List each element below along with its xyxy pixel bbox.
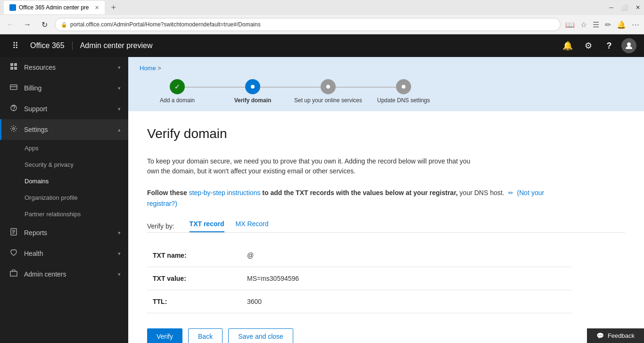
save-close-button[interactable]: Save and close	[228, 328, 293, 343]
svg-rect-2	[14, 63, 17, 66]
verify-tab-mx[interactable]: MX Record	[236, 220, 269, 232]
refresh-button[interactable]: ↻	[38, 18, 51, 31]
verify-tab-txt[interactable]: TXT record	[190, 220, 224, 232]
sidebar: Resources ▾ Billing ▾ Support ▾	[0, 57, 128, 343]
settings-icon[interactable]: ⚙	[580, 37, 597, 54]
window-controls: ─ ⬜ ✕	[609, 4, 640, 11]
dns-field-value: TXT value:	[147, 267, 241, 290]
step-circle-setup-services	[321, 79, 336, 94]
billing-icon	[9, 83, 18, 93]
action-buttons: Verify Back Save and close	[147, 328, 625, 343]
step-label-verify-domain: Verify domain	[234, 97, 272, 104]
wizard-step-verify-domain: Verify domain	[215, 79, 290, 104]
sidebar-item-resources[interactable]: Resources ▾	[0, 57, 128, 78]
sidebar-sub-item-domains[interactable]: Domains	[0, 173, 128, 189]
tab-title: Office 365 Admin center pre	[19, 4, 89, 11]
svg-point-17	[402, 85, 405, 89]
billing-chevron-icon: ▾	[118, 85, 121, 91]
tab-close-button[interactable]: ✕	[95, 5, 99, 11]
wizard-step-setup-services: Set up your online services	[290, 79, 366, 104]
browser-titlebar: Office 365 Admin center pre ✕ + ─ ⬜ ✕	[0, 0, 644, 15]
step-circle-verify-domain	[245, 79, 260, 94]
sidebar-item-reports[interactable]: Reports ▾	[0, 222, 128, 243]
dns-record-row-name: TXT name: @	[147, 244, 571, 267]
svg-rect-3	[10, 67, 13, 70]
favorites-icon[interactable]: ☆	[579, 19, 588, 30]
sidebar-item-admin-centers-label: Admin centers	[24, 270, 112, 278]
dns-record-row-value: TXT value: MS=ms30594596	[147, 267, 571, 290]
pen-icon[interactable]: ✏	[604, 19, 612, 30]
avatar[interactable]	[621, 38, 636, 53]
dns-value-name: @	[241, 244, 571, 267]
resources-chevron-icon: ▾	[118, 65, 121, 71]
reader-view-icon[interactable]: 📖	[564, 19, 576, 30]
support-chevron-icon: ▾	[118, 106, 121, 112]
sidebar-item-settings[interactable]: Settings ▴	[0, 119, 128, 140]
svg-rect-14	[10, 271, 17, 276]
back-button[interactable]: Back	[188, 328, 223, 343]
notification-icon[interactable]: 🔔	[559, 37, 576, 54]
content-area: Home > ✓ Add a domain Verify domain	[128, 57, 644, 343]
new-tab-button[interactable]: +	[108, 3, 119, 13]
verify-button[interactable]: Verify	[147, 328, 182, 343]
sidebar-item-resources-label: Resources	[24, 64, 112, 71]
reports-chevron-icon: ▾	[118, 230, 121, 236]
forward-button[interactable]: →	[21, 18, 34, 31]
sidebar-sub-item-apps[interactable]: Apps	[0, 140, 128, 156]
browser-chrome: Office 365 Admin center pre ✕ + ─ ⬜ ✕ ← …	[0, 0, 644, 34]
instructions-bold: to add the TXT records with the values b…	[262, 189, 458, 196]
browser-menu-icon[interactable]: ☰	[592, 19, 600, 30]
feedback-bar[interactable]: 💬 Feedback	[587, 328, 644, 343]
notifications-browser-icon[interactable]: 🔔	[616, 19, 627, 30]
breadcrumb-home[interactable]: Home	[140, 65, 156, 72]
brand-name: Office 365	[30, 41, 73, 50]
sidebar-item-health[interactable]: Health ▾	[0, 243, 128, 264]
step-circle-add-domain: ✓	[170, 79, 185, 94]
admin-centers-icon	[9, 270, 18, 279]
sidebar-sub-item-partner[interactable]: Partner relationships	[0, 206, 128, 222]
toolbar-icons: 📖 ☆ ☰ ✏ 🔔 ⋯	[564, 19, 640, 30]
step-circle-update-dns	[396, 79, 411, 94]
instructions-prefix: Follow these	[147, 189, 187, 196]
close-window-button[interactable]: ✕	[636, 4, 640, 11]
instructions-text: Follow these step-by-step instructions t…	[147, 188, 571, 209]
svg-point-15	[251, 85, 255, 89]
maximize-button[interactable]: ⬜	[621, 4, 628, 11]
svg-point-8	[14, 110, 14, 111]
reports-icon	[9, 228, 18, 237]
sidebar-sub-item-org-profile[interactable]: Organization profile	[0, 189, 128, 206]
main-area: Resources ▾ Billing ▾ Support ▾	[0, 57, 644, 343]
sidebar-item-billing[interactable]: Billing ▾	[0, 78, 128, 98]
back-button[interactable]: ←	[4, 18, 17, 31]
step-label-update-dns: Update DNS settings	[377, 97, 430, 104]
wizard-steps: ✓ Add a domain Verify domain	[140, 79, 633, 104]
step-by-step-link[interactable]: step-by-step instructions	[189, 189, 263, 196]
wizard-step-add-domain: ✓ Add a domain	[140, 79, 215, 104]
top-nav: ⠿ Office 365 Admin center preview 🔔 ⚙ ?	[0, 34, 644, 57]
sidebar-sub-item-security[interactable]: Security & privacy	[0, 156, 128, 173]
instructions-suffix: your DNS host.	[460, 189, 504, 196]
feedback-label: Feedback	[608, 332, 635, 339]
app-container: ⠿ Office 365 Admin center preview 🔔 ⚙ ? …	[0, 34, 644, 343]
minimize-button[interactable]: ─	[609, 4, 613, 11]
browser-toolbar: ← → ↻ 🔒 portal.office.com/AdminPortal/Ho…	[0, 15, 644, 34]
brand-section: Office 365 Admin center preview	[30, 41, 152, 50]
address-bar[interactable]: 🔒 portal.office.com/AdminPortal/Home?swi…	[55, 18, 561, 31]
sidebar-item-settings-label: Settings	[24, 126, 112, 133]
dns-value-value: MS=ms30594596	[241, 267, 571, 290]
description-text: To keep your domain secure, we need you …	[147, 156, 477, 176]
help-icon[interactable]: ?	[601, 37, 618, 54]
step-label-setup-services: Set up your online services	[294, 97, 362, 104]
feedback-icon: 💬	[596, 332, 604, 339]
waffle-icon[interactable]: ⠿	[8, 41, 23, 51]
sidebar-item-support[interactable]: Support ▾	[0, 98, 128, 119]
sidebar-item-admin-centers[interactable]: Admin centers ▾	[0, 264, 128, 285]
breadcrumb: Home >	[140, 65, 633, 72]
verify-by-label: Verify by:	[147, 222, 174, 230]
more-options-icon[interactable]: ⋯	[631, 19, 640, 30]
step-label-add-domain: Add a domain	[160, 97, 195, 104]
top-nav-icons: 🔔 ⚙ ?	[559, 37, 636, 54]
browser-tab[interactable]: Office 365 Admin center pre ✕	[4, 1, 105, 14]
sidebar-item-reports-label: Reports	[24, 229, 112, 237]
verify-by-tabs: Verify by: TXT record MX Record	[147, 220, 625, 233]
